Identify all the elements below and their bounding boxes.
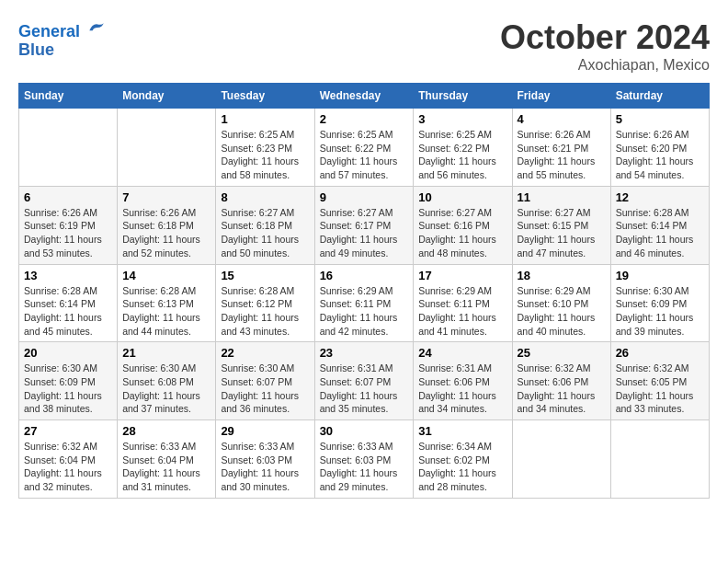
calendar-day-cell: 19Sunrise: 6:30 AM Sunset: 6:09 PM Dayli… bbox=[610, 264, 709, 342]
day-number: 12 bbox=[616, 190, 704, 204]
day-number: 8 bbox=[221, 190, 309, 204]
weekday-header: Thursday bbox=[414, 84, 512, 109]
day-number: 4 bbox=[518, 112, 606, 126]
day-info: Sunrise: 6:25 AM Sunset: 6:23 PM Dayligh… bbox=[221, 128, 309, 182]
day-info: Sunrise: 6:30 AM Sunset: 6:09 PM Dayligh… bbox=[24, 362, 112, 416]
weekday-header: Sunday bbox=[19, 84, 118, 109]
day-number: 17 bbox=[418, 269, 506, 282]
calendar-day-cell: 30Sunrise: 6:33 AM Sunset: 6:03 PM Dayli… bbox=[314, 420, 414, 499]
day-number: 5 bbox=[616, 112, 704, 126]
day-number: 21 bbox=[122, 346, 210, 360]
day-info: Sunrise: 6:26 AM Sunset: 6:19 PM Dayligh… bbox=[24, 206, 112, 260]
day-info: Sunrise: 6:30 AM Sunset: 6:09 PM Dayligh… bbox=[616, 284, 704, 339]
day-number: 16 bbox=[320, 269, 409, 282]
calendar-day-cell: 17Sunrise: 6:29 AM Sunset: 6:11 PM Dayli… bbox=[414, 264, 512, 342]
day-info: Sunrise: 6:28 AM Sunset: 6:12 PM Dayligh… bbox=[221, 284, 309, 339]
day-info: Sunrise: 6:31 AM Sunset: 6:07 PM Dayligh… bbox=[320, 362, 409, 416]
day-info: Sunrise: 6:27 AM Sunset: 6:18 PM Dayligh… bbox=[221, 206, 309, 260]
calendar-week-row: 13Sunrise: 6:28 AM Sunset: 6:14 PM Dayli… bbox=[19, 264, 710, 342]
day-number: 23 bbox=[320, 346, 409, 360]
day-number: 1 bbox=[221, 112, 309, 126]
title-block: October 2024 Axochiapan, Mexico bbox=[500, 18, 710, 74]
day-info: Sunrise: 6:30 AM Sunset: 6:07 PM Dayligh… bbox=[221, 362, 309, 416]
calendar-day-cell: 2Sunrise: 6:25 AM Sunset: 6:22 PM Daylig… bbox=[314, 109, 414, 187]
calendar-day-cell bbox=[512, 420, 610, 499]
day-info: Sunrise: 6:25 AM Sunset: 6:22 PM Dayligh… bbox=[320, 128, 409, 182]
month-title: October 2024 bbox=[500, 18, 710, 57]
calendar-week-row: 27Sunrise: 6:32 AM Sunset: 6:04 PM Dayli… bbox=[19, 420, 710, 499]
day-info: Sunrise: 6:25 AM Sunset: 6:22 PM Dayligh… bbox=[418, 128, 506, 182]
calendar-day-cell: 6Sunrise: 6:26 AM Sunset: 6:19 PM Daylig… bbox=[19, 186, 118, 264]
calendar-day-cell: 11Sunrise: 6:27 AM Sunset: 6:15 PM Dayli… bbox=[512, 186, 610, 264]
calendar-day-cell bbox=[118, 109, 216, 187]
day-number: 10 bbox=[418, 190, 506, 204]
calendar-week-row: 6Sunrise: 6:26 AM Sunset: 6:19 PM Daylig… bbox=[19, 186, 710, 264]
logo-general: General bbox=[18, 22, 80, 40]
logo: General Blue bbox=[18, 18, 105, 60]
calendar-day-cell: 24Sunrise: 6:31 AM Sunset: 6:06 PM Dayli… bbox=[414, 342, 512, 420]
calendar-day-cell bbox=[610, 420, 709, 499]
day-number: 7 bbox=[122, 190, 210, 204]
day-info: Sunrise: 6:29 AM Sunset: 6:10 PM Dayligh… bbox=[518, 284, 606, 339]
calendar-day-cell: 23Sunrise: 6:31 AM Sunset: 6:07 PM Dayli… bbox=[314, 342, 414, 420]
day-number: 18 bbox=[518, 269, 606, 282]
calendar-day-cell: 14Sunrise: 6:28 AM Sunset: 6:13 PM Dayli… bbox=[118, 264, 216, 342]
day-info: Sunrise: 6:33 AM Sunset: 6:03 PM Dayligh… bbox=[320, 440, 409, 494]
day-number: 22 bbox=[221, 346, 309, 360]
calendar-day-cell: 13Sunrise: 6:28 AM Sunset: 6:14 PM Dayli… bbox=[19, 264, 118, 342]
page-header: General Blue October 2024 Axochiapan, Me… bbox=[18, 18, 710, 74]
calendar-day-cell: 16Sunrise: 6:29 AM Sunset: 6:11 PM Dayli… bbox=[314, 264, 414, 342]
calendar-day-cell: 21Sunrise: 6:30 AM Sunset: 6:08 PM Dayli… bbox=[118, 342, 216, 420]
calendar-day-cell: 18Sunrise: 6:29 AM Sunset: 6:10 PM Dayli… bbox=[512, 264, 610, 342]
day-number: 31 bbox=[418, 424, 506, 438]
day-number: 13 bbox=[24, 269, 112, 282]
day-info: Sunrise: 6:26 AM Sunset: 6:18 PM Dayligh… bbox=[122, 206, 210, 260]
day-number: 30 bbox=[320, 424, 409, 438]
calendar-day-cell: 1Sunrise: 6:25 AM Sunset: 6:23 PM Daylig… bbox=[216, 109, 314, 187]
day-number: 9 bbox=[320, 190, 409, 204]
weekday-header: Friday bbox=[512, 84, 610, 109]
calendar-day-cell: 20Sunrise: 6:30 AM Sunset: 6:09 PM Dayli… bbox=[19, 342, 118, 420]
day-info: Sunrise: 6:29 AM Sunset: 6:11 PM Dayligh… bbox=[320, 284, 409, 339]
day-info: Sunrise: 6:30 AM Sunset: 6:08 PM Dayligh… bbox=[122, 362, 210, 416]
day-number: 3 bbox=[418, 112, 506, 126]
calendar-day-cell: 12Sunrise: 6:28 AM Sunset: 6:14 PM Dayli… bbox=[610, 186, 709, 264]
calendar-day-cell: 9Sunrise: 6:27 AM Sunset: 6:17 PM Daylig… bbox=[314, 186, 414, 264]
day-number: 2 bbox=[320, 112, 409, 126]
day-info: Sunrise: 6:27 AM Sunset: 6:16 PM Dayligh… bbox=[418, 206, 506, 260]
day-number: 24 bbox=[418, 346, 506, 360]
day-number: 14 bbox=[122, 269, 210, 282]
day-number: 15 bbox=[221, 269, 309, 282]
calendar-day-cell: 26Sunrise: 6:32 AM Sunset: 6:05 PM Dayli… bbox=[610, 342, 709, 420]
logo-bird-icon bbox=[86, 18, 105, 37]
calendar-day-cell: 29Sunrise: 6:33 AM Sunset: 6:03 PM Dayli… bbox=[216, 420, 314, 499]
calendar-week-row: 1Sunrise: 6:25 AM Sunset: 6:23 PM Daylig… bbox=[19, 109, 710, 187]
day-info: Sunrise: 6:34 AM Sunset: 6:02 PM Dayligh… bbox=[418, 440, 506, 494]
day-number: 29 bbox=[221, 424, 309, 438]
calendar-day-cell: 31Sunrise: 6:34 AM Sunset: 6:02 PM Dayli… bbox=[414, 420, 512, 499]
day-info: Sunrise: 6:26 AM Sunset: 6:20 PM Dayligh… bbox=[616, 128, 704, 182]
weekday-header: Saturday bbox=[610, 84, 709, 109]
day-number: 26 bbox=[616, 346, 704, 360]
calendar-day-cell: 22Sunrise: 6:30 AM Sunset: 6:07 PM Dayli… bbox=[216, 342, 314, 420]
day-number: 25 bbox=[518, 346, 606, 360]
day-info: Sunrise: 6:27 AM Sunset: 6:15 PM Dayligh… bbox=[518, 206, 606, 260]
day-info: Sunrise: 6:33 AM Sunset: 6:03 PM Dayligh… bbox=[221, 440, 309, 494]
day-number: 11 bbox=[518, 190, 606, 204]
calendar-day-cell bbox=[19, 109, 118, 187]
calendar-day-cell: 5Sunrise: 6:26 AM Sunset: 6:20 PM Daylig… bbox=[610, 109, 709, 187]
calendar-header-row: SundayMondayTuesdayWednesdayThursdayFrid… bbox=[19, 84, 710, 109]
day-info: Sunrise: 6:26 AM Sunset: 6:21 PM Dayligh… bbox=[518, 128, 606, 182]
day-number: 20 bbox=[24, 346, 112, 360]
day-info: Sunrise: 6:32 AM Sunset: 6:05 PM Dayligh… bbox=[616, 362, 704, 416]
calendar-table: SundayMondayTuesdayWednesdayThursdayFrid… bbox=[18, 83, 710, 499]
logo-blue: Blue bbox=[18, 41, 105, 60]
calendar-day-cell: 3Sunrise: 6:25 AM Sunset: 6:22 PM Daylig… bbox=[414, 109, 512, 187]
calendar-week-row: 20Sunrise: 6:30 AM Sunset: 6:09 PM Dayli… bbox=[19, 342, 710, 420]
calendar-day-cell: 15Sunrise: 6:28 AM Sunset: 6:12 PM Dayli… bbox=[216, 264, 314, 342]
day-info: Sunrise: 6:33 AM Sunset: 6:04 PM Dayligh… bbox=[122, 440, 210, 494]
day-info: Sunrise: 6:28 AM Sunset: 6:14 PM Dayligh… bbox=[616, 206, 704, 260]
day-info: Sunrise: 6:28 AM Sunset: 6:13 PM Dayligh… bbox=[122, 284, 210, 339]
day-info: Sunrise: 6:31 AM Sunset: 6:06 PM Dayligh… bbox=[418, 362, 506, 416]
calendar-day-cell: 10Sunrise: 6:27 AM Sunset: 6:16 PM Dayli… bbox=[414, 186, 512, 264]
